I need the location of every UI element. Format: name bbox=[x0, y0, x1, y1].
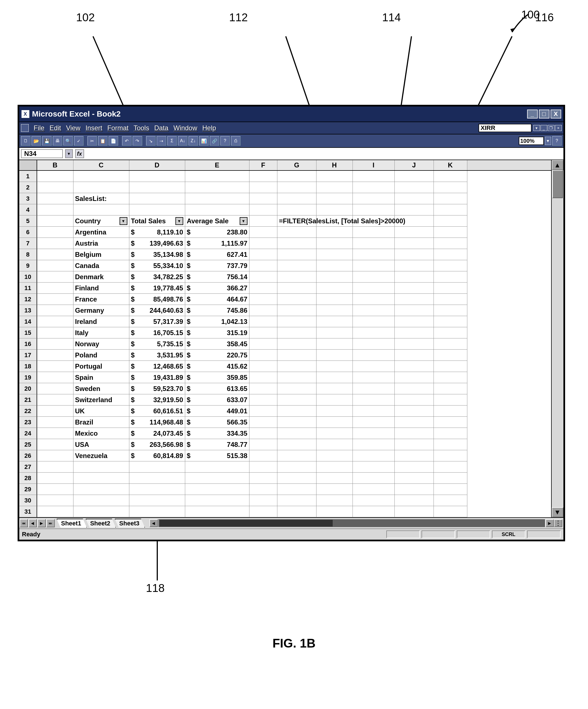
cell[interactable] bbox=[249, 361, 277, 372]
cell[interactable] bbox=[277, 182, 317, 193]
cell-country[interactable]: Venezuela bbox=[74, 450, 129, 462]
close-button[interactable]: X bbox=[551, 109, 561, 119]
row-header[interactable]: 20 bbox=[19, 383, 37, 394]
cell[interactable] bbox=[317, 506, 353, 517]
cell[interactable] bbox=[74, 182, 129, 193]
cell[interactable] bbox=[37, 361, 74, 372]
link2-icon[interactable]: 🔗 bbox=[210, 136, 219, 146]
cell[interactable] bbox=[395, 316, 434, 327]
cell[interactable] bbox=[434, 204, 467, 215]
cell[interactable] bbox=[434, 394, 467, 405]
cell[interactable] bbox=[395, 394, 434, 405]
cell[interactable] bbox=[395, 417, 434, 428]
cell-average-sale[interactable]: $613.65 bbox=[185, 383, 249, 394]
cell[interactable] bbox=[277, 450, 317, 462]
cell[interactable] bbox=[353, 260, 395, 271]
paste-icon[interactable]: 📄 bbox=[109, 136, 118, 146]
cell-total-sales[interactable]: $85,498.76 bbox=[129, 294, 185, 305]
cell[interactable] bbox=[249, 171, 277, 182]
row-header[interactable]: 22 bbox=[19, 405, 37, 417]
cell-total-sales[interactable]: $263,566.98 bbox=[129, 439, 185, 450]
cell[interactable] bbox=[434, 294, 467, 305]
menu-file[interactable]: File bbox=[34, 124, 45, 132]
cell[interactable] bbox=[129, 506, 185, 517]
cell-average-sale[interactable]: $358.45 bbox=[185, 338, 249, 350]
cell[interactable] bbox=[434, 215, 467, 227]
cell[interactable] bbox=[317, 182, 353, 193]
row-header[interactable]: 28 bbox=[19, 473, 37, 484]
preview-icon[interactable]: 🔍 bbox=[63, 136, 73, 146]
cell[interactable] bbox=[249, 283, 277, 294]
filter-dropdown-icon[interactable]: ▼ bbox=[176, 217, 183, 225]
cell[interactable] bbox=[353, 204, 395, 215]
sort-desc-icon[interactable]: Z↓ bbox=[189, 136, 198, 146]
cell[interactable] bbox=[277, 283, 317, 294]
new-icon[interactable]: 🗋 bbox=[21, 136, 30, 146]
cell[interactable] bbox=[249, 372, 277, 383]
cell[interactable] bbox=[353, 271, 395, 283]
cell[interactable] bbox=[395, 450, 434, 462]
cell[interactable] bbox=[395, 249, 434, 260]
cell[interactable] bbox=[317, 338, 353, 350]
tab-nav-last-icon[interactable]: ⏭ bbox=[46, 519, 55, 527]
cell-average-sale[interactable]: $627.41 bbox=[185, 249, 249, 260]
cell[interactable] bbox=[395, 193, 434, 204]
cell[interactable] bbox=[353, 316, 395, 327]
cell[interactable] bbox=[37, 495, 74, 506]
row-header[interactable]: 13 bbox=[19, 305, 37, 316]
cell-country[interactable]: UK bbox=[74, 405, 129, 417]
cell[interactable] bbox=[317, 193, 353, 204]
cell[interactable] bbox=[353, 450, 395, 462]
cell[interactable] bbox=[277, 305, 317, 316]
cell[interactable] bbox=[434, 372, 467, 383]
row-header[interactable]: 3 bbox=[19, 193, 37, 204]
menu-window[interactable]: Window bbox=[173, 124, 197, 132]
cell[interactable] bbox=[317, 327, 353, 338]
cell-average-sale[interactable]: $334.35 bbox=[185, 428, 249, 439]
cell[interactable] bbox=[434, 450, 467, 462]
cell-average-sale[interactable]: $359.85 bbox=[185, 372, 249, 383]
row-header[interactable]: 27 bbox=[19, 462, 37, 473]
filter-dropdown-icon[interactable]: ▼ bbox=[119, 217, 127, 225]
cell[interactable] bbox=[353, 338, 395, 350]
cell[interactable] bbox=[249, 473, 277, 484]
cell[interactable] bbox=[317, 316, 353, 327]
cell[interactable] bbox=[277, 260, 317, 271]
cell[interactable] bbox=[249, 506, 277, 517]
cell[interactable] bbox=[395, 294, 434, 305]
cell-average-sale[interactable]: $1,042.13 bbox=[185, 316, 249, 327]
cell[interactable] bbox=[37, 417, 74, 428]
cell[interactable] bbox=[37, 394, 74, 405]
cell-average-sale[interactable]: $633.07 bbox=[185, 394, 249, 405]
cell[interactable] bbox=[249, 193, 277, 204]
cell[interactable] bbox=[249, 260, 277, 271]
cell[interactable] bbox=[277, 316, 317, 327]
menu-view[interactable]: View bbox=[66, 124, 81, 132]
cell[interactable] bbox=[434, 249, 467, 260]
cell[interactable] bbox=[317, 350, 353, 361]
cell[interactable] bbox=[249, 405, 277, 417]
cell[interactable] bbox=[317, 238, 353, 249]
cell[interactable] bbox=[317, 417, 353, 428]
cell[interactable] bbox=[434, 495, 467, 506]
cell[interactable] bbox=[37, 171, 74, 182]
cell[interactable] bbox=[249, 394, 277, 405]
menu-tools[interactable]: Tools bbox=[134, 124, 149, 132]
cell[interactable] bbox=[353, 394, 395, 405]
cell[interactable] bbox=[277, 338, 317, 350]
cell[interactable] bbox=[249, 383, 277, 394]
row-header[interactable]: 11 bbox=[19, 283, 37, 294]
cell-country[interactable]: Ireland bbox=[74, 316, 129, 327]
col-header-g[interactable]: G bbox=[277, 160, 317, 170]
cell[interactable] bbox=[395, 473, 434, 484]
cell[interactable] bbox=[277, 473, 317, 484]
cell-country[interactable]: Finland bbox=[74, 283, 129, 294]
split-handle-icon[interactable]: ⋮ bbox=[554, 519, 562, 527]
tab-sheet1[interactable]: Sheet1 bbox=[57, 519, 87, 528]
cell-country[interactable]: Denmark bbox=[74, 271, 129, 283]
row-header[interactable]: 4 bbox=[19, 204, 37, 215]
cell[interactable] bbox=[395, 271, 434, 283]
cell[interactable] bbox=[37, 372, 74, 383]
cell[interactable] bbox=[277, 204, 317, 215]
col-header-d[interactable]: D bbox=[129, 160, 185, 170]
